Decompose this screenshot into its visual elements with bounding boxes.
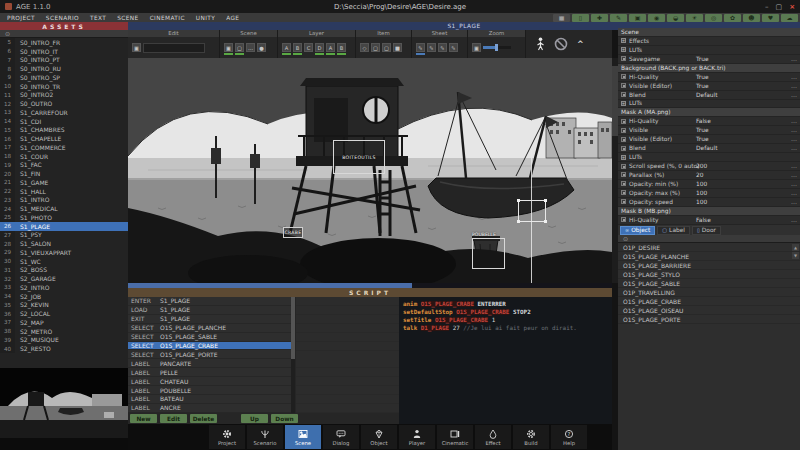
asset-list-item[interactable]: 29 S1_VIEUXAPPART [0, 248, 128, 257]
cloud-icon-button[interactable]: ☁ [781, 14, 798, 22]
script-row[interactable]: EXIT S1_PLAGE [128, 315, 291, 324]
property-row[interactable]: + Scroll speed (%, 0 auto) 200 [618, 162, 800, 171]
sheet-pen-button[interactable]: ✎ [449, 43, 458, 52]
picture-icon-button[interactable]: ▣ [629, 14, 646, 22]
script-row[interactable]: LABEL BATEAU [128, 395, 291, 404]
script-code-panel[interactable]: anim O1S_PLAGE_CRABE ENTERRERsetDefaultS… [399, 297, 612, 424]
object-list-item[interactable]: O1P_TRAVELLING [618, 288, 800, 297]
player-figure-icon[interactable] [536, 37, 545, 51]
item-toggle-button[interactable]: ▢ [371, 43, 380, 52]
asset-list-item[interactable]: 10 S0_INTRO_TR [0, 82, 128, 91]
object-list-item[interactable]: O1S_PLAGE_CRABE [618, 297, 800, 306]
property-row[interactable]: + Visible True [618, 126, 800, 135]
expander-icon[interactable]: + [621, 38, 626, 43]
asset-list-item[interactable]: 34 S2_JOB [0, 292, 128, 301]
layer-toggle-button[interactable]: B [293, 43, 302, 52]
property-value[interactable]: True [696, 83, 709, 89]
checkbox-icon[interactable] [621, 137, 626, 142]
checkbox-icon[interactable] [621, 128, 626, 133]
menu-item[interactable]: AGE [226, 15, 239, 21]
item-toggle-button[interactable]: ■ [393, 43, 402, 52]
property-row[interactable]: + Visible (Editor) True [618, 82, 800, 91]
property-row[interactable]: + LUTs [618, 46, 800, 55]
object-list-item[interactable]: O1S_PLAGE_PLANCHE [618, 252, 800, 261]
property-row[interactable]: + Effects [618, 37, 800, 46]
object-panel-tab[interactable]: ∞ Object [620, 226, 655, 235]
menu-item[interactable]: SCENE [117, 15, 138, 21]
property-value[interactable]: False [696, 217, 711, 223]
layer-toggle-button[interactable]: A [326, 43, 335, 52]
zoom-slider[interactable] [483, 46, 511, 49]
property-row[interactable]: + Blend Default [618, 144, 800, 153]
property-row[interactable]: + Visible (Editor) True [618, 135, 800, 144]
property-value[interactable]: True [696, 56, 709, 62]
bottombar-player-button[interactable]: Player [399, 425, 435, 449]
asset-list-item[interactable]: 18 S1_COUR [0, 152, 128, 161]
asset-list-item[interactable]: 26 S1_PLAGE [0, 222, 128, 231]
sheet-pen-button[interactable]: ✎ [427, 43, 436, 52]
checkbox-icon[interactable] [621, 119, 626, 124]
object-list-item[interactable]: O1S_PLAGE_BARRIERE [618, 261, 800, 270]
property-value[interactable]: 100 [696, 181, 707, 187]
close-button[interactable]: × [789, 3, 795, 11]
asset-list-item[interactable]: 16 S1_CHAPELLE [0, 134, 128, 143]
trash-icon-button[interactable]: ▯ [572, 14, 589, 22]
script-row[interactable]: LABEL PELLE [128, 368, 291, 377]
object-list-item[interactable]: O1S_PLAGE_OISEAU [618, 306, 800, 315]
script-row[interactable]: ENTER S1_PLAGE [128, 297, 291, 306]
asset-list-item[interactable]: 28 S1_SALON [0, 239, 128, 248]
asset-list-item[interactable]: 7 S0_INTRO_PT [0, 56, 128, 65]
object-list-item[interactable]: O1S_PLAGE_STYLO [618, 270, 800, 279]
property-row[interactable]: + Hi-Quality False [618, 216, 800, 225]
pen-icon-button[interactable]: ✎ [610, 14, 627, 22]
expander-icon[interactable]: + [621, 101, 626, 106]
property-row[interactable]: + Blend Default [618, 91, 800, 100]
menu-item[interactable]: CINEMATIC [150, 15, 185, 21]
menu-item[interactable]: UNITY [196, 15, 215, 21]
minimize-button[interactable]: – [765, 3, 769, 11]
script-action-button[interactable]: Delete [190, 414, 217, 423]
property-value[interactable]: True [696, 136, 709, 142]
property-value[interactable]: 100 [696, 199, 707, 205]
sheet-pen-button[interactable]: ✎ [416, 43, 425, 52]
selection-box-crab[interactable]: CRABE [283, 227, 303, 238]
asset-list-item[interactable]: 24 S1_MEDICAL [0, 204, 128, 213]
property-row[interactable]: + Hi-Quality True [618, 73, 800, 82]
object-panel-tab[interactable]: ▯ Door [692, 226, 721, 235]
property-row[interactable]: + Mask B (MB.png) [618, 207, 800, 216]
asset-list-item[interactable]: 5 S0_INTRO_FR [0, 38, 128, 47]
property-row[interactable]: + Opacity: max (%) 100 [618, 189, 800, 198]
sun-icon-button[interactable]: ☀ [686, 14, 703, 22]
property-value[interactable]: Default [696, 145, 718, 151]
asset-list-item[interactable]: 35 S2_KEVIN [0, 301, 128, 310]
asset-list-item[interactable]: 12 S0_OUTRO [0, 99, 128, 108]
selected-object-box[interactable] [518, 200, 546, 222]
objects-scrollbar[interactable]: ▲ ▼ [792, 244, 799, 259]
collapse-caret-icon[interactable]: ^ [577, 40, 584, 49]
menu-item[interactable]: TEXT [90, 15, 106, 21]
property-row[interactable]: + LUTs [618, 100, 800, 109]
checkbox-icon[interactable] [621, 190, 626, 195]
edit-field[interactable] [143, 43, 205, 53]
bottombar-effect-button[interactable]: Effect [475, 425, 511, 449]
layer-toggle-button[interactable]: B [337, 43, 346, 52]
object-list-item[interactable]: O1S_PLAGE_PORTE [618, 315, 800, 324]
save-icon-button[interactable]: ▦ [553, 14, 570, 22]
asset-list-item[interactable]: 37 S2_MAP [0, 318, 128, 327]
asset-list-item[interactable]: 6 S0_INTRO_IT [0, 47, 128, 56]
property-value[interactable]: 100 [696, 190, 707, 196]
add-icon-button[interactable]: ✚ [591, 14, 608, 22]
bottombar-help-button[interactable]: ? Help [551, 425, 587, 449]
menu-item[interactable]: PROJECT [7, 15, 35, 21]
bottombar-project-button[interactable]: Project [209, 425, 245, 449]
property-value[interactable]: Default [696, 92, 718, 98]
asset-list-item[interactable]: 20 S1_FIN [0, 169, 128, 178]
scene-toggle-button[interactable]: ▣ [224, 43, 233, 52]
object-list-item[interactable]: O1S_PLAGE_SABLE [618, 279, 800, 288]
property-row[interactable]: + Savegame True [618, 55, 800, 64]
checkbox-icon[interactable] [621, 83, 626, 88]
scene-minimap[interactable] [0, 368, 128, 438]
target-icon-button[interactable]: ◎ [705, 14, 722, 22]
gamepad-icon-button[interactable]: ◒ [667, 14, 684, 22]
property-row[interactable]: + Parallax (%) 20 [618, 171, 800, 180]
